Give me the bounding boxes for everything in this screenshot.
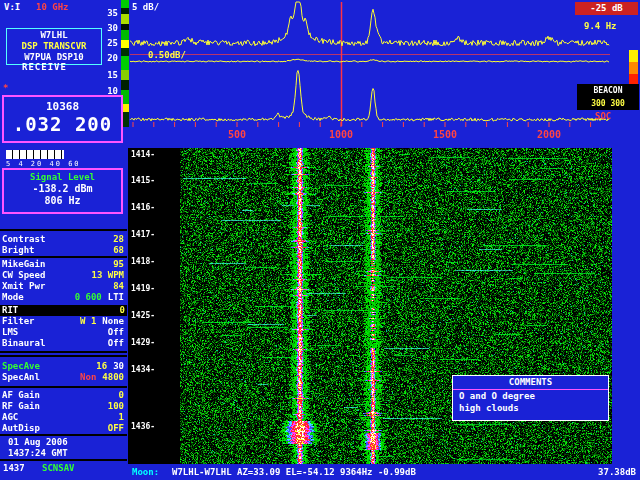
wf-time-label: 1414- [131, 150, 167, 159]
bin-width-label: 9.4 Hz [584, 21, 617, 32]
setting-specanl[interactable]: SpecAnl Non 4800 [2, 372, 124, 383]
band-label: 10 GHz [36, 2, 69, 13]
setting-label: RF Gain [2, 401, 40, 412]
db-scale-35: 35 [96, 8, 118, 18]
setting-value: Non [80, 372, 96, 383]
signal-level-title: Signal Level [4, 172, 121, 183]
setting-label: Bright [2, 245, 35, 256]
station-line2: DSP TRANSCVR [7, 41, 101, 52]
setting-value: W 1 [80, 316, 96, 327]
db-scale-15: 15 [96, 70, 118, 80]
signal-freq-hz: 806 Hz [4, 195, 121, 207]
s-meter-bar [6, 150, 64, 159]
setting-autdisp[interactable]: AutDisp OFF [2, 423, 124, 434]
setting-af-gain[interactable]: AF Gain 0 [2, 390, 124, 401]
setting-value2: LTI [108, 292, 124, 303]
setting-lms[interactable]: LMS Off [2, 327, 124, 338]
setting-value: 68 [113, 245, 124, 256]
setting-label: RIT [2, 305, 18, 316]
wf-time-label: 1419- [131, 284, 167, 293]
beacon-values: 300 300 [577, 97, 639, 110]
wf-time-label: 1429- [131, 338, 167, 347]
frequency-mhz: 10368 [4, 100, 121, 113]
setting-bright[interactable]: Bright 68 [2, 245, 124, 256]
setting-label: CW Speed [2, 270, 45, 281]
comments-box[interactable]: COMMENTS O and O degree high clouds [452, 375, 609, 421]
scnsav-indicator: SCNSAV [42, 463, 75, 474]
setting-value2: 30 [113, 361, 124, 372]
setting-value: 16 [96, 361, 107, 372]
station-box: W7LHL DSP TRANSCVR W7PUA DSP10 [6, 28, 102, 65]
freq-tick-1000: 1000 [326, 129, 356, 140]
setting-mikegain[interactable]: MikeGain 95 [2, 259, 124, 270]
setting-label: AutDisp [2, 423, 40, 434]
spectrum-canvas [128, 0, 640, 148]
ref-level-box: -25 dB [575, 2, 638, 15]
wf-time-label: 1436- [131, 422, 167, 431]
setting-label: Filter [2, 316, 35, 327]
setting-label: AF Gain [2, 390, 40, 401]
db-per-div-label: 5 dB/ [132, 2, 159, 13]
divider [0, 386, 127, 388]
divider [0, 355, 127, 357]
setting-label: SpecAnl [2, 372, 40, 383]
divider [0, 229, 127, 231]
wf-time-label: 1425- [131, 311, 167, 320]
setting-specave[interactable]: SpecAve 16 30 [2, 361, 124, 372]
setting-rf-gain[interactable]: RF Gain 100 [2, 401, 124, 412]
setting-value: 13 WPM [91, 270, 124, 281]
snr-readout: 37.38dB [598, 464, 636, 480]
dsp10-screen: { "app": { "vi": "V:I", "band": "10 GHz"… [0, 0, 640, 480]
setting-filter[interactable]: Filter W 1 None [2, 316, 124, 327]
setting-label: Mode [2, 292, 24, 303]
divider [0, 351, 127, 353]
setting-value: OFF [108, 423, 124, 434]
setting-xmit-pwr[interactable]: Xmit Pwr 84 [2, 281, 124, 292]
divider [0, 459, 127, 461]
setting-mode[interactable]: Mode 0 600 LTI [2, 292, 124, 303]
setting-label: MikeGain [2, 259, 45, 270]
wf-time-label: 1434- [131, 365, 167, 374]
setting-value: 0 [119, 390, 124, 401]
freq-tick-500: 500 [222, 129, 252, 140]
wf-time-label: 1415- [131, 176, 167, 185]
video-mode-label: V:I [4, 2, 20, 13]
wf-time-label: 1418- [131, 257, 167, 266]
signal-level-dbm: -138.2 dBm [4, 183, 121, 195]
setting-value: Off [108, 338, 124, 349]
freq-tick-1500: 1500 [430, 129, 460, 140]
setting-label: LMS [2, 327, 18, 338]
frequency-khz: .032 200 [4, 113, 121, 135]
setting-cw-speed[interactable]: CW Speed 13 WPM [2, 270, 124, 281]
setting-value: 84 [113, 281, 124, 292]
scan-counter: 1437 [3, 463, 25, 474]
divider [0, 434, 127, 436]
time-display: 1437:24 GMT [8, 448, 68, 459]
setting-label: Binaural [2, 338, 45, 349]
setting-value2: 4800 [102, 372, 124, 383]
station-call: W7LHL [7, 30, 101, 41]
rx-mode-label: RECEIVE [22, 62, 67, 73]
wf-time-label: 1417- [131, 230, 167, 239]
frequency-display[interactable]: 10368 .032 200 [2, 95, 123, 143]
setting-rit[interactable]: RIT 0 [0, 305, 127, 316]
setting-label: SpecAve [2, 361, 40, 372]
setting-value: 0 [120, 305, 125, 316]
setting-value: 28 [113, 234, 124, 245]
comments-line-2: high clouds [453, 402, 608, 414]
setting-label: AGC [2, 412, 18, 423]
setting-label: Contrast [2, 234, 45, 245]
soc-label: SOC [595, 111, 611, 122]
setting-label: Xmit Pwr [2, 281, 45, 292]
comments-line-1: O and O degree [453, 390, 608, 402]
setting-value: 1 [119, 412, 124, 423]
signal-level-box: Signal Level -138.2 dBm 806 Hz [2, 168, 123, 214]
setting-contrast[interactable]: Contrast 28 [2, 234, 124, 245]
moon-label: Moon: [132, 464, 159, 480]
setting-binaural[interactable]: Binaural Off [2, 338, 124, 349]
setting-value: 95 [113, 259, 124, 270]
setting-value: 0 600 [75, 292, 102, 303]
wf-time-label: 1416- [131, 203, 167, 212]
setting-value: Off [108, 327, 124, 338]
setting-agc[interactable]: AGC 1 [2, 412, 124, 423]
